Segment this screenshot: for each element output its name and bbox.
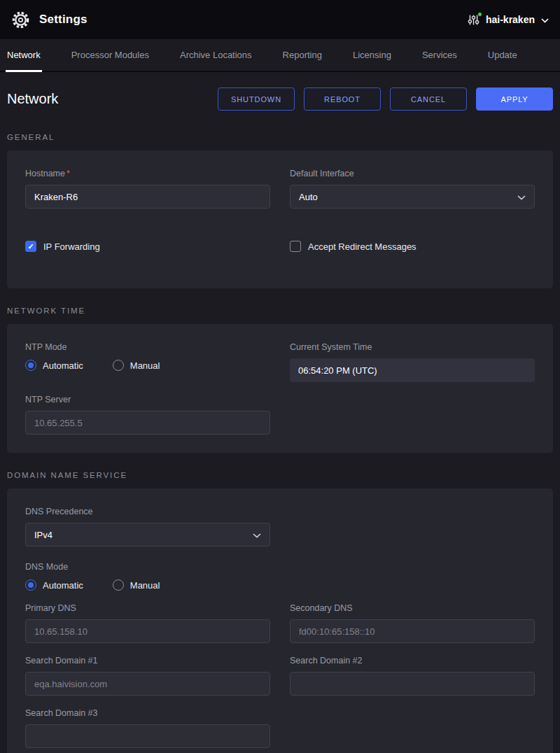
section-general-title: GENERAL [7, 133, 553, 141]
radio-icon [25, 360, 36, 371]
dns-mode-automatic-radio[interactable]: Automatic [25, 579, 83, 591]
dns-automatic-label: Automatic [43, 580, 83, 591]
settings-page: Settings hai-kraken [0, 0, 560, 753]
dns-mode-group: DNS Mode Automatic Manual [25, 562, 535, 591]
search-domain-2-label: Search Domain #2 [290, 656, 535, 666]
user-menu[interactable]: hai-kraken [468, 13, 549, 26]
hostname-label: Hostname* [25, 169, 270, 178]
apply-button[interactable]: APPLY [476, 87, 553, 111]
network-time-card: NTP Mode Automatic Manual Current System… [7, 324, 553, 453]
current-system-time-label: Current System Time [290, 342, 535, 352]
default-interface-label: Default Interface [290, 169, 535, 178]
ntp-automatic-label: Automatic [43, 360, 83, 371]
current-system-time-value: 06:54:20 PM (UTC) [290, 358, 535, 382]
search-domain-2-field: Search Domain #2 [290, 656, 535, 696]
dns-precedence-label: DNS Precedence [25, 507, 270, 516]
tab-processor-modules[interactable]: Processor Modules [70, 39, 150, 72]
dns-card: DNS Precedence IPv4 DNS Mode Automatic [7, 488, 553, 753]
app-header-left: Settings [11, 10, 88, 29]
ip-forwarding-label: IP Forwarding [43, 241, 100, 252]
dns-precedence-select[interactable]: IPv4 [25, 523, 270, 547]
tab-archive-locations[interactable]: Archive Locations [178, 39, 253, 72]
hostname-field: Hostname* [25, 169, 270, 209]
tab-update[interactable]: Update [486, 39, 519, 72]
ntp-server-input [25, 411, 270, 435]
ntp-manual-label: Manual [130, 360, 160, 371]
radio-dot [28, 582, 34, 588]
tab-network[interactable]: Network [6, 39, 42, 72]
ntp-mode-manual-radio[interactable]: Manual [113, 360, 160, 371]
tab-reporting[interactable]: Reporting [281, 39, 323, 72]
settings-tabs: Network Processor Modules Archive Locati… [0, 39, 560, 72]
ntp-server-field: NTP Server [25, 395, 270, 435]
secondary-dns-label: Secondary DNS [290, 603, 535, 613]
search-domain-3-field: Search Domain #3 [25, 708, 270, 748]
accept-redirect-label: Accept Redirect Messages [308, 241, 416, 252]
dns-mode-radio-group: Automatic Manual [25, 579, 535, 591]
device-sliders-icon [468, 14, 479, 26]
dns-precedence-field: DNS Precedence IPv4 [25, 507, 270, 547]
section-network-time-title: NETWORK TIME [7, 307, 553, 315]
radio-icon [113, 360, 124, 371]
page-title: Network [7, 91, 58, 107]
search-domain-3-input [25, 724, 270, 748]
default-interface-field: Default Interface Auto [290, 169, 535, 209]
default-interface-select[interactable]: Auto [290, 185, 535, 209]
shutdown-button[interactable]: SHUTDOWN [218, 87, 295, 111]
search-domain-2-input [290, 672, 535, 696]
secondary-dns-input [290, 619, 535, 643]
ntp-mode-label: NTP Mode [25, 342, 270, 352]
tab-licensing[interactable]: Licensing [351, 39, 393, 72]
search-domain-1-input [25, 672, 270, 696]
device-name: hai-kraken [486, 14, 535, 25]
settings-gear-icon [11, 10, 30, 29]
reboot-button[interactable]: REBOOT [304, 87, 381, 111]
secondary-dns-field: Secondary DNS [290, 603, 535, 643]
chevron-down-icon [253, 530, 261, 540]
radio-icon [25, 579, 36, 591]
tab-services[interactable]: Services [421, 39, 458, 72]
default-interface-value: Auto [299, 192, 318, 202]
app-title: Settings [39, 13, 88, 27]
ip-forwarding-checkbox[interactable]: ✓ IP Forwarding [25, 241, 270, 252]
accept-redirect-checkbox[interactable]: ✓ Accept Redirect Messages [290, 241, 535, 252]
cancel-button[interactable]: CANCEL [390, 87, 467, 111]
ntp-mode-radio-group: Automatic Manual [25, 360, 270, 371]
search-domain-1-label: Search Domain #1 [25, 656, 270, 666]
radio-icon [113, 579, 124, 591]
chevron-down-icon [541, 13, 549, 26]
search-domain-3-label: Search Domain #3 [25, 708, 270, 718]
ntp-mode-group: NTP Mode Automatic Manual [25, 342, 270, 382]
ntp-server-label: NTP Server [25, 395, 270, 404]
required-asterisk: * [66, 169, 70, 178]
search-domain-1-field: Search Domain #1 [25, 656, 270, 696]
chevron-down-icon [517, 192, 526, 202]
general-card: Hostname* Default Interface Auto ✓ IP Fo… [7, 150, 553, 288]
dns-precedence-value: IPv4 [34, 530, 52, 540]
hostname-input[interactable] [25, 185, 270, 209]
dns-mode-manual-radio[interactable]: Manual [113, 579, 160, 591]
primary-dns-input [25, 619, 270, 643]
app-header: Settings hai-kraken [0, 0, 560, 39]
radio-dot [28, 363, 34, 368]
checkbox-icon: ✓ [290, 241, 301, 252]
checkbox-icon: ✓ [25, 241, 36, 252]
dns-manual-label: Manual [130, 580, 160, 591]
page-actions: SHUTDOWN REBOOT CANCEL APPLY [218, 87, 553, 111]
section-dns-title: DOMAIN NAME SERVICE [7, 471, 553, 479]
primary-dns-field: Primary DNS [25, 603, 270, 643]
check-icon: ✓ [27, 243, 34, 251]
dns-mode-label: DNS Mode [25, 562, 535, 572]
primary-dns-label: Primary DNS [25, 603, 270, 613]
ntp-mode-automatic-radio[interactable]: Automatic [25, 360, 83, 371]
online-status-dot [477, 12, 482, 17]
current-system-time-field: Current System Time 06:54:20 PM (UTC) [290, 342, 535, 382]
page-title-row: Network SHUTDOWN REBOOT CANCEL APPLY [0, 72, 560, 115]
